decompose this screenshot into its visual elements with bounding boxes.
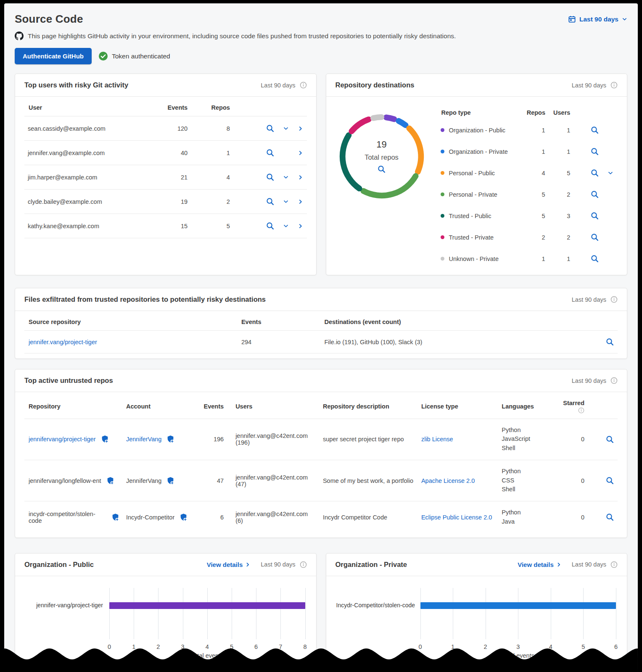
account-name[interactable]: JenniferVang <box>126 436 161 443</box>
card-title: Organization - Private <box>336 561 407 569</box>
repository-name[interactable]: jennifervang/longfellow-ent <box>29 477 101 484</box>
date-range-value: Last 90 days <box>579 16 618 23</box>
license-link[interactable]: Apache License 2.0 <box>421 477 475 484</box>
legend-row: Personal - Private 5 2 <box>437 184 617 205</box>
gridline <box>551 588 551 639</box>
search-icon[interactable] <box>605 476 614 485</box>
repo-type-label: Organization - Public <box>449 127 506 134</box>
info-icon[interactable] <box>610 296 618 303</box>
search-icon[interactable] <box>377 165 386 174</box>
source-repository-link[interactable]: jennifer.vang/project-tiger <box>29 339 97 345</box>
events-count: 47 <box>197 460 227 501</box>
events-count: 21 <box>148 165 191 190</box>
chevron-down-icon[interactable] <box>283 174 289 180</box>
shield-plus-icon[interactable] <box>111 513 119 522</box>
legend-color-dot <box>441 128 444 132</box>
chevron-down-icon[interactable] <box>608 170 613 176</box>
view-details-link[interactable]: View details <box>518 561 562 568</box>
chevron-down-icon[interactable] <box>283 126 289 132</box>
chevron-down-icon[interactable] <box>283 199 289 205</box>
bar[interactable] <box>420 602 616 609</box>
chevron-down-icon[interactable] <box>283 223 289 229</box>
card-date-range: Last 90 days <box>261 82 295 89</box>
events-count: 19 <box>148 190 191 214</box>
search-icon[interactable] <box>605 513 614 522</box>
info-icon[interactable] <box>300 561 307 568</box>
search-icon[interactable] <box>266 124 275 133</box>
info-icon[interactable] <box>578 407 584 414</box>
shield-plus-icon[interactable] <box>180 513 188 522</box>
donut-legend: Repo type Repos Users Organization - Pub… <box>437 103 617 269</box>
column-header: Repository <box>24 393 123 419</box>
authenticate-github-button[interactable]: Authenticate GitHub <box>15 48 92 64</box>
starred-count: 0 <box>552 501 588 533</box>
chevron-right-icon[interactable] <box>298 199 304 205</box>
legend-color-dot <box>441 214 444 218</box>
license-link[interactable]: zlib License <box>421 436 453 443</box>
search-icon[interactable] <box>590 233 599 242</box>
search-icon[interactable] <box>266 173 275 182</box>
users-count: 2 <box>549 184 574 205</box>
repo-type-label: Trusted - Private <box>449 234 494 241</box>
repos-count: 4 <box>523 162 549 184</box>
chevron-right-icon[interactable] <box>298 174 304 180</box>
search-icon[interactable] <box>266 221 275 230</box>
repository-description: Incydr Competitor Code <box>320 501 418 533</box>
card-date-range: Last 90 days <box>572 561 606 568</box>
shield-plus-icon[interactable] <box>106 477 114 485</box>
search-icon[interactable] <box>590 147 599 156</box>
shield-plus-icon[interactable] <box>166 477 174 485</box>
search-icon[interactable] <box>590 254 599 263</box>
info-icon[interactable] <box>610 82 618 89</box>
legend-row: Organization - Private 1 1 <box>437 141 617 162</box>
repository-name[interactable]: incydr-competitor/stolen-code <box>29 511 106 524</box>
info-icon[interactable] <box>300 82 307 89</box>
page-description: This page highlights GitHub activity in … <box>28 32 456 40</box>
license-link[interactable]: Eclipse Public License 2.0 <box>421 514 492 521</box>
search-icon[interactable] <box>266 148 275 157</box>
account-name[interactable]: JenniferVang <box>126 477 161 484</box>
search-icon[interactable] <box>605 435 614 444</box>
repos-count: 1 <box>523 141 549 162</box>
card-title: Top users with risky Git activity <box>24 81 128 89</box>
repository-name[interactable]: jennifervang/project-tiger <box>29 436 96 443</box>
shield-plus-icon[interactable] <box>166 435 174 443</box>
column-header: Users <box>227 393 320 419</box>
bar[interactable] <box>109 602 305 609</box>
table-row: jennifer.vang/project-tiger 294 File.io … <box>24 331 618 353</box>
chevron-right-icon[interactable] <box>298 126 304 132</box>
info-icon[interactable] <box>610 377 618 384</box>
gridline <box>486 588 486 639</box>
view-details-link[interactable]: View details <box>207 561 251 568</box>
events-count: 196 <box>197 419 227 460</box>
search-icon[interactable] <box>590 126 599 134</box>
gridline <box>583 588 584 639</box>
destinations-list: File.io (191), GitHub (100), Slack (3) <box>321 331 582 353</box>
account-name[interactable]: Incydr-Competitor <box>126 514 174 521</box>
repository-description: Some of my best work, a portfolio <box>320 460 418 501</box>
gridline <box>616 588 616 639</box>
column-header: Starred <box>563 400 584 406</box>
search-icon[interactable] <box>590 169 599 177</box>
legend-row: Organization - Public 1 1 <box>437 119 617 141</box>
chevron-right-icon[interactable] <box>298 223 304 229</box>
column-header: Events <box>148 98 191 116</box>
repos-count: 5 <box>523 184 549 205</box>
search-icon[interactable] <box>590 190 599 199</box>
date-range-dropdown[interactable]: Last 90 days <box>568 15 627 23</box>
legend-color-dot <box>441 257 444 261</box>
shield-plus-icon[interactable] <box>101 435 109 443</box>
table-row: jennifervang/project-tiger JenniferVang <box>24 419 618 460</box>
column-header: Repos <box>523 103 549 119</box>
column-header: License type <box>418 393 498 419</box>
user-email: jim.harper@example.com <box>24 165 148 190</box>
column-header: Repository description <box>320 393 418 419</box>
info-icon[interactable] <box>610 561 618 568</box>
search-icon[interactable] <box>605 337 614 346</box>
table-row: incydr-competitor/stolen-code Incydr-Com… <box>24 501 618 533</box>
search-icon[interactable] <box>590 211 599 220</box>
search-icon[interactable] <box>266 197 275 206</box>
chevron-right-icon[interactable] <box>298 150 304 156</box>
events-count: 6 <box>197 501 227 533</box>
users-list: jennifer.vang@c42ent.com (47) <box>227 460 320 501</box>
